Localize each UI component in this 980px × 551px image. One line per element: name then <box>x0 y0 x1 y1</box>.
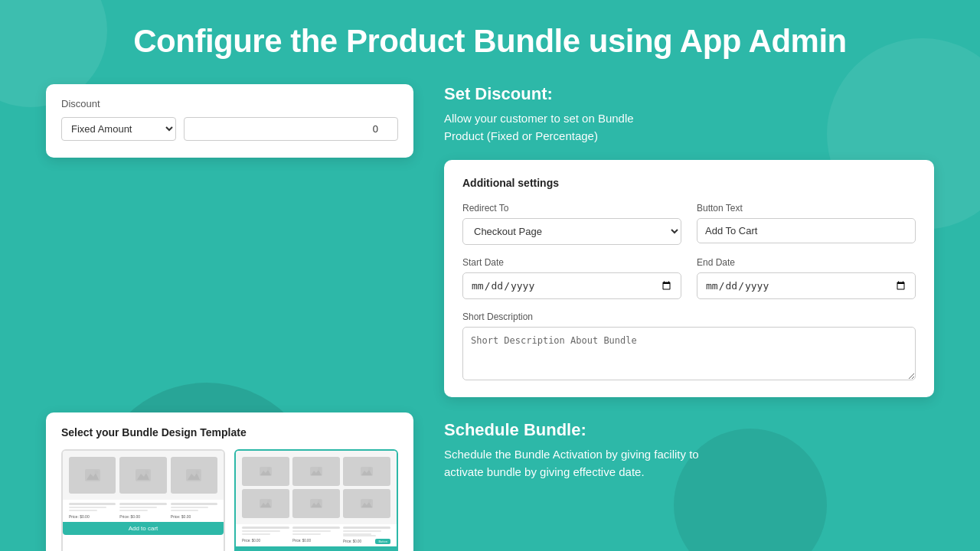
svg-point-17 <box>368 468 371 471</box>
thumb-2-5 <box>292 489 340 518</box>
svg-point-26 <box>368 500 371 503</box>
thumb-2-3 <box>343 457 390 486</box>
end-date-label: End Date <box>697 257 916 268</box>
settings-card-title: Additional settings <box>462 177 916 189</box>
page-title: Configure the Product Bundle using App A… <box>46 23 934 60</box>
thumb-2-1 <box>242 457 289 486</box>
thumb-2-4 <box>242 489 289 518</box>
svg-point-23 <box>318 500 321 503</box>
schedule-bundle-title: Schedule Bundle: <box>444 420 934 440</box>
template-option-1[interactable]: Price: $0.00 Price: $0.00 Price: $0.00 A… <box>61 449 225 551</box>
template-2-add-btn[interactable]: Add to cart <box>236 546 397 552</box>
svg-point-8 <box>196 471 200 474</box>
additional-settings-card: Additional settings Redirect To Checkout… <box>444 160 934 397</box>
start-date-label: Start Date <box>462 257 681 268</box>
svg-point-2 <box>94 471 98 474</box>
svg-point-20 <box>267 500 270 503</box>
schedule-bundle-text: Schedule the Bundle Activation by giving… <box>444 446 934 481</box>
schedule-bundle-description: Schedule Bundle: Schedule the Bundle Act… <box>444 420 934 481</box>
set-discount-text: Allow your customer to set on Bundle Pro… <box>444 110 934 145</box>
set-discount-description: Set Discount: Allow your customer to set… <box>444 84 934 145</box>
template-1-add-btn[interactable]: Add to cart <box>63 522 224 535</box>
redirect-to-label: Redirect To <box>462 203 681 214</box>
thumb-1-1 <box>69 457 116 494</box>
discount-type-select[interactable]: Fixed Amount Percentage <box>61 117 176 141</box>
end-date-input[interactable] <box>697 272 916 299</box>
start-date-input[interactable] <box>462 272 681 299</box>
short-description-textarea[interactable]: Short Description About Bundle <box>462 327 916 380</box>
thumb-2-6 <box>343 489 390 518</box>
thumb-1-3 <box>171 457 217 494</box>
svg-point-14 <box>318 468 321 471</box>
svg-point-5 <box>145 471 149 474</box>
short-description-label: Short Description <box>462 311 916 322</box>
set-discount-title: Set Discount: <box>444 84 934 104</box>
button-text-label: Button Text <box>697 203 916 214</box>
discount-label: Discount <box>61 98 398 109</box>
bundle-card-title: Select your Bundle Design Template <box>61 426 398 439</box>
button-text-input[interactable] <box>697 218 916 243</box>
thumb-2-2 <box>292 457 340 486</box>
redirect-to-select[interactable]: Checkout Page Cart Page <box>462 218 681 245</box>
discount-value-input[interactable] <box>184 117 398 141</box>
thumb-1-2 <box>119 457 166 494</box>
svg-point-11 <box>267 468 270 471</box>
template-option-2[interactable]: Price: $0.00 Price: $0.00 Price: $0.00 B… <box>234 449 398 551</box>
discount-card: Discount Fixed Amount Percentage <box>46 84 413 158</box>
bundle-design-card: Select your Bundle Design Template <box>46 412 413 551</box>
